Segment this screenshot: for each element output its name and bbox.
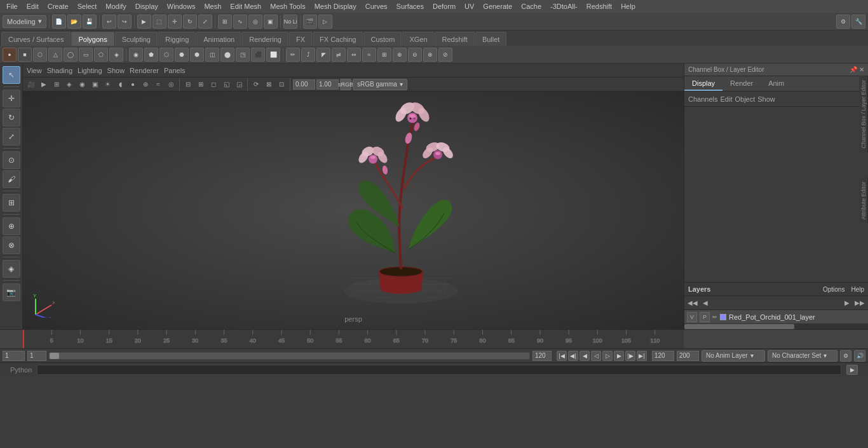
menu-uv[interactable]: UV xyxy=(461,1,478,11)
vp-menu-renderer[interactable]: Renderer xyxy=(130,67,159,74)
move-mode-btn[interactable]: ✛ xyxy=(3,90,20,107)
rotate-tool-btn[interactable]: ↻ xyxy=(183,15,197,29)
tab-rendering[interactable]: Rendering xyxy=(242,32,288,46)
tab-render[interactable]: Render xyxy=(722,77,761,91)
workspace-dropdown[interactable]: Modeling ▾ xyxy=(3,15,46,28)
play-fwd-btn[interactable]: ▷ xyxy=(602,351,613,361)
layers-help-btn[interactable]: Help xyxy=(851,286,864,293)
vp-heads-up-btn[interactable]: ◻ xyxy=(208,79,219,90)
poly-op1-btn[interactable]: ◉ xyxy=(129,48,143,62)
tab-polygons[interactable]: Polygons xyxy=(71,32,114,46)
vp-ao-btn[interactable]: ● xyxy=(127,79,139,90)
tab-rigging[interactable]: Rigging xyxy=(158,32,196,46)
menu-help[interactable]: Help xyxy=(617,1,639,11)
poly-op8-btn[interactable]: ◳ xyxy=(236,48,250,62)
undo-btn[interactable]: ↩ xyxy=(102,15,116,29)
menu-display[interactable]: Display xyxy=(132,1,162,11)
vp-xray-btn[interactable]: ◈ xyxy=(64,79,75,90)
poly-combine-btn[interactable]: ⊕ xyxy=(393,48,407,62)
redo-btn[interactable]: ↪ xyxy=(118,15,132,29)
open-file-btn[interactable]: 📂 xyxy=(67,15,81,29)
next-frame-btn[interactable]: ▶ xyxy=(614,351,624,361)
menu-create[interactable]: Create xyxy=(44,1,72,11)
snap-point-btn[interactable]: ◎ xyxy=(248,15,262,29)
select-mode-btn[interactable]: ↖ xyxy=(3,66,20,84)
menu-curves[interactable]: Curves xyxy=(362,1,391,11)
vp-dof-btn[interactable]: ◎ xyxy=(165,79,177,90)
vp-aa-btn[interactable]: ⊛ xyxy=(140,79,151,90)
poly-op3-btn[interactable]: ⬡ xyxy=(159,48,173,62)
vp-playback-btn[interactable]: ◱ xyxy=(220,79,232,90)
current-frame-input[interactable] xyxy=(3,351,25,361)
tab-fx-caching[interactable]: FX Caching xyxy=(313,32,363,46)
poly-op4-btn[interactable]: ⬣ xyxy=(175,48,189,62)
tab-bullet[interactable]: Bullet xyxy=(475,32,507,46)
layer-item[interactable]: V P ✏ Red_Pot_Orchid_001_layer xyxy=(684,310,868,324)
vp-wire-btn[interactable]: ⊞ xyxy=(51,79,62,90)
poly-sphere-btn[interactable]: ● xyxy=(3,48,17,62)
snap-snap2-btn[interactable]: ⊗ xyxy=(3,236,20,254)
vp-menu-lighting[interactable]: Lighting xyxy=(78,67,102,74)
audio-btn[interactable]: 🔊 xyxy=(854,350,865,362)
menu-modify[interactable]: Modify xyxy=(102,1,130,11)
poly-bridge-btn[interactable]: ⇌ xyxy=(332,48,346,62)
layers-scrollbar[interactable] xyxy=(684,324,868,329)
menu-file[interactable]: File xyxy=(3,1,22,11)
anim-layer-dropdown[interactable]: No Anim Layer ▾ xyxy=(702,350,765,362)
playback-end-btn[interactable]: ▶| xyxy=(637,351,647,361)
layer-edit-btn[interactable]: ✏ xyxy=(712,314,717,320)
layer-prev-btn[interactable]: ◀ xyxy=(700,297,711,309)
menu-mesh-tools[interactable]: Mesh Tools xyxy=(266,1,309,11)
vp-sel-mask2-btn[interactable]: ⊡ xyxy=(276,79,287,90)
poly-mirror-btn[interactable]: ⇔ xyxy=(347,48,361,62)
rotate-mode-btn[interactable]: ↻ xyxy=(3,109,20,126)
tab-curves-surfaces[interactable]: Curves / Surfaces xyxy=(1,32,71,46)
poly-cube-btn[interactable]: ■ xyxy=(18,48,32,62)
poly-op10-btn[interactable]: ⬜ xyxy=(266,48,280,62)
poly-torus-btn[interactable]: ◯ xyxy=(64,48,78,62)
playback-start-field[interactable] xyxy=(652,351,674,361)
vp-shaded-btn[interactable]: ◉ xyxy=(76,79,88,90)
poly-pencil-btn[interactable]: ✏ xyxy=(286,48,300,62)
poly-remesh-btn[interactable]: ⊗ xyxy=(423,48,437,62)
anim-end-field[interactable] xyxy=(677,351,699,361)
poly-cylinder-btn[interactable]: ⬡ xyxy=(33,48,47,62)
vp-motion-btn[interactable]: ≈ xyxy=(153,79,164,90)
tab-anim[interactable]: Anim xyxy=(761,77,792,91)
vp-render-btn[interactable]: ▶ xyxy=(38,79,50,90)
menu-redshift[interactable]: Redshift xyxy=(583,1,616,11)
side-tab-channel-box[interactable]: Channel Box / Layer Editor xyxy=(859,76,868,153)
lasso-select-btn[interactable]: ⬚ xyxy=(153,15,166,29)
vp-shadow-btn[interactable]: ◖ xyxy=(114,79,126,90)
layers-options-btn[interactable]: Options xyxy=(823,286,844,293)
render-btn[interactable]: 🎬 xyxy=(303,15,317,29)
scale-mode-btn[interactable]: ⤢ xyxy=(3,128,20,146)
poly-sep-btn[interactable]: ⊖ xyxy=(408,48,422,62)
poly-subdiv-btn[interactable]: ⊞ xyxy=(377,48,391,62)
poly-special2-btn[interactable]: ◈ xyxy=(109,48,123,62)
timeline-slider[interactable] xyxy=(49,352,530,360)
menu-mesh[interactable]: Mesh xyxy=(200,1,225,11)
poly-cone-btn[interactable]: △ xyxy=(48,48,62,62)
tab-animation[interactable]: Animation xyxy=(196,32,241,46)
viewport-canvas[interactable]: X Y Z persp xyxy=(23,92,684,329)
prev-frame-btn[interactable]: ◀ xyxy=(580,351,590,361)
menu-cache[interactable]: Cache xyxy=(517,1,545,11)
poly-plane-btn[interactable]: ▭ xyxy=(79,48,93,62)
select-tool-btn[interactable]: ▶ xyxy=(137,15,151,29)
menu-3dtoall[interactable]: -3DtoAll- xyxy=(546,1,581,11)
vp-grid-btn[interactable]: ⊞ xyxy=(195,79,207,90)
poly-op7-btn[interactable]: ⬤ xyxy=(220,48,234,62)
no-live-surface-btn[interactable]: No Live Surface xyxy=(283,15,297,29)
vp-menu-show[interactable]: Show xyxy=(107,67,125,74)
scale-tool-btn[interactable]: ⤢ xyxy=(198,15,212,29)
playback-start-btn[interactable]: |◀ xyxy=(557,351,567,361)
snap-grid-btn[interactable]: ⊞ xyxy=(218,15,232,29)
cb-menu-object[interactable]: Object xyxy=(735,95,755,103)
snap-surface-btn[interactable]: ▣ xyxy=(264,15,278,29)
menu-surfaces[interactable]: Surfaces xyxy=(393,1,428,11)
layer-playback-btn[interactable]: P xyxy=(700,312,710,322)
menu-mesh-display[interactable]: Mesh Display xyxy=(311,1,360,11)
vp-sel-mask-btn[interactable]: ⊠ xyxy=(263,79,275,90)
vp-camera-btn[interactable]: 🎥 xyxy=(25,79,37,90)
